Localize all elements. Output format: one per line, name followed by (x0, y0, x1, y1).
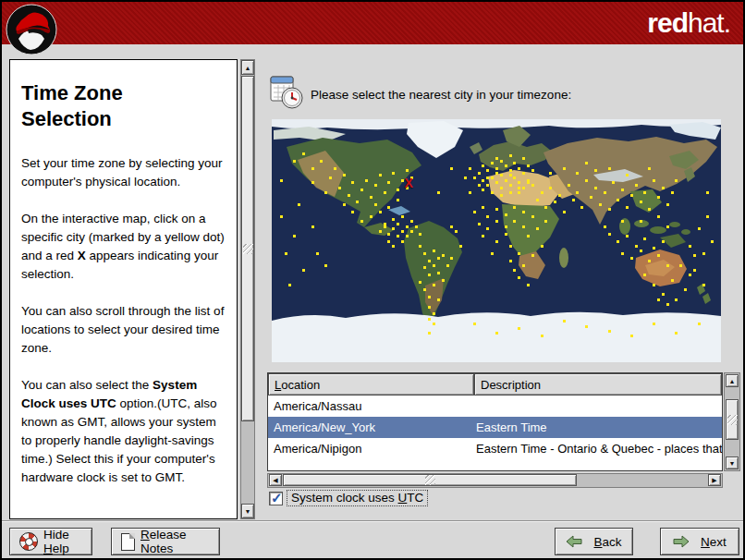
row-location: America/New_York (268, 417, 474, 438)
hide-help-post: elp (53, 542, 69, 555)
utc-checkbox[interactable]: ✓ (269, 492, 283, 505)
scroll-right-icon[interactable]: ▶ (708, 474, 721, 486)
timezone-table: Location Description America/Nassau Amer… (267, 372, 723, 471)
utc-label-post: TC (407, 491, 423, 505)
row-description: Eastern Time - Ontario & Quebec - places… (474, 438, 722, 459)
scroll-down-icon[interactable]: ▼ (726, 457, 739, 469)
help-scrollbar[interactable]: ▲ ▼ (240, 59, 255, 519)
table-horizontal-scrollbar[interactable]: ◀ ▶ (267, 473, 723, 488)
world-map[interactable]: X (272, 119, 721, 362)
checkmark-icon: ✓ (271, 490, 283, 506)
help-p2-bold: X (78, 249, 86, 262)
table-vscrollbar-thumb[interactable] (726, 399, 739, 440)
hide-help-mnemonic: H (43, 542, 53, 555)
next-button[interactable]: Next (660, 528, 739, 555)
release-notes-mnemonic: R (140, 528, 150, 542)
description-label: Description (481, 378, 541, 392)
header-bar: redhat. (2, 2, 743, 44)
help-panel: Time Zone Selection Set your time zone b… (9, 59, 238, 519)
scroll-down-icon[interactable]: ▼ (241, 504, 254, 518)
column-header-description[interactable]: Description (474, 373, 722, 396)
utc-label-mnemonic: U (398, 491, 408, 505)
scroll-left-icon[interactable]: ◀ (269, 474, 282, 486)
help-paragraph-1: Set your time zone by selecting your com… (21, 154, 226, 191)
scroll-up-icon[interactable]: ▲ (726, 374, 739, 387)
table-vertical-scrollbar[interactable]: ▲ ▼ (724, 372, 740, 471)
installer-window: redhat. Time Zone Selection Set your tim… (0, 0, 745, 560)
column-header-location[interactable]: Location (268, 373, 474, 396)
brand-bold: red (647, 7, 688, 38)
row-description (474, 396, 722, 417)
selected-city-marker: X (405, 176, 413, 190)
table-row[interactable]: America/New_York Eastern Time (268, 417, 722, 438)
document-icon (121, 533, 135, 551)
arrow-right-icon (673, 535, 690, 548)
help-title: Time Zone Selection (21, 80, 178, 132)
release-notes-button[interactable]: Release Notes (111, 528, 220, 555)
utc-checkbox-label[interactable]: System clock uses UTC (287, 490, 428, 506)
prompt-text: Please select the nearest city in your t… (311, 88, 571, 102)
brand-light: hat. (688, 7, 730, 38)
world-map-dots[interactable] (272, 119, 721, 362)
hide-help-button[interactable]: Hide Help (9, 528, 92, 555)
calendar-clock-icon (268, 74, 305, 111)
help-paragraph-4: You can also select the System Clock use… (21, 376, 226, 487)
help-paragraph-2: On the interactive map, click on a speci… (21, 210, 226, 284)
redhat-shadowman-logo-icon (6, 4, 57, 55)
row-location: America/Nassau (268, 396, 474, 417)
table-row[interactable]: America/Nipigon Eastern Time - Ontario &… (268, 438, 722, 459)
footer-separator (2, 520, 743, 522)
location-rest: ocation (281, 378, 320, 392)
timezone-table-header: Location Description (268, 373, 722, 396)
utc-checkbox-row: ✓ System clock uses UTC (269, 490, 428, 506)
next-mnemonic: N (701, 535, 710, 549)
help-paragraph-3: You can also scroll through the list of … (21, 302, 226, 358)
scroll-up-icon[interactable]: ▲ (241, 60, 254, 75)
help-p4-text: You can also select the (21, 378, 153, 392)
back-mnemonic: B (593, 535, 602, 549)
utc-label-pre: System clock uses (291, 491, 398, 505)
row-description: Eastern Time (474, 417, 722, 438)
help-scrollbar-thumb[interactable] (241, 76, 254, 421)
redhat-wordmark: redhat. (647, 7, 730, 39)
row-location: America/Nipigon (268, 438, 474, 459)
hide-help-pre: Hide (43, 528, 69, 542)
arrow-left-icon (566, 535, 582, 548)
table-row[interactable]: America/Nassau (268, 396, 722, 417)
back-post: ack (603, 535, 622, 549)
life-preserver-icon (19, 532, 38, 551)
table-hscrollbar-thumb[interactable] (283, 474, 577, 486)
back-button[interactable]: Back (555, 528, 633, 555)
next-post: ext (710, 535, 727, 549)
